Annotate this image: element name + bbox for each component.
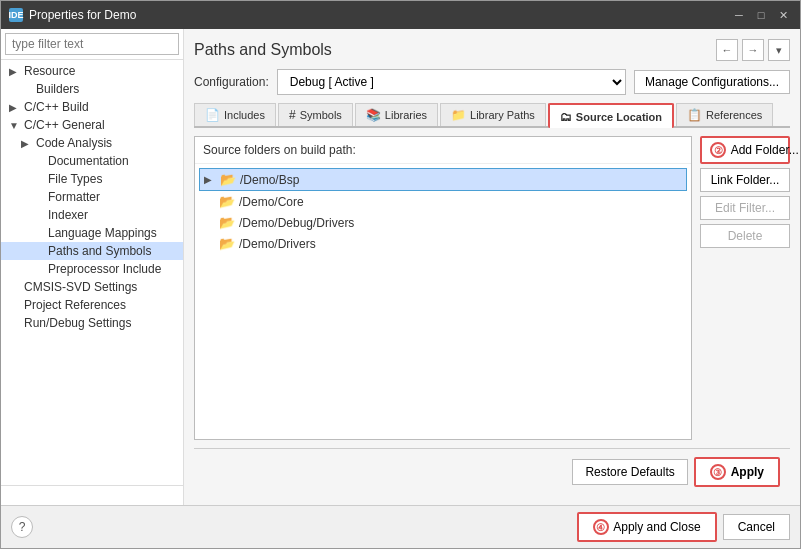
- folder-icon: 📂: [220, 172, 236, 187]
- folder-item-label: /Demo/Debug/Drivers: [239, 216, 354, 230]
- nav-forward-button[interactable]: →: [742, 39, 764, 61]
- nav-menu-button[interactable]: ▾: [768, 39, 790, 61]
- footer-bar: ? ④ Apply and Close Cancel: [1, 505, 800, 548]
- folder-item-debug-drivers[interactable]: 📂 /Demo/Debug/Drivers: [199, 212, 687, 233]
- properties-window: IDE Properties for Demo ─ □ ✕ ▶ Resource: [0, 0, 801, 549]
- folder-icon: 📂: [219, 194, 235, 209]
- sidebar-item-paths-symbols[interactable]: Paths and Symbols: [1, 242, 183, 260]
- sidebar-item-label: Resource: [24, 64, 75, 78]
- app-icon: IDE: [9, 8, 23, 22]
- link-folder-label: Link Folder...: [711, 173, 780, 187]
- edit-filter-label: Edit Filter...: [715, 201, 775, 215]
- edit-filter-button[interactable]: Edit Filter...: [700, 196, 790, 220]
- nav-back-button[interactable]: ←: [716, 39, 738, 61]
- sidebar-item-label: Project References: [24, 298, 126, 312]
- expand-icon: ▶: [21, 138, 33, 149]
- add-folder-label: Add Folder...: [731, 143, 799, 157]
- close-button[interactable]: ✕: [774, 6, 792, 24]
- config-select[interactable]: Debug [ Active ]: [277, 69, 626, 95]
- tab-includes[interactable]: 📄 Includes: [194, 103, 276, 126]
- sidebar-item-label: Paths and Symbols: [48, 244, 151, 258]
- tab-label: Libraries: [385, 109, 427, 121]
- sidebar-item-label: File Types: [48, 172, 102, 186]
- badge-2: ②: [710, 142, 726, 158]
- folder-item-bsp[interactable]: ▶ 📂 /Demo/Bsp: [199, 168, 687, 191]
- tab-label: References: [706, 109, 762, 121]
- tabs-container: 📄 Includes # Symbols 📚 Libraries 📁 Libra…: [194, 103, 790, 128]
- tab-label: Library Paths: [470, 109, 535, 121]
- search-input[interactable]: [5, 33, 179, 55]
- minimize-button[interactable]: ─: [730, 6, 748, 24]
- sidebar-item-project-references[interactable]: Project References: [1, 296, 183, 314]
- action-buttons-panel: ② Add Folder... Link Folder... Edit Filt…: [700, 136, 790, 440]
- sidebar-item-file-types[interactable]: File Types: [1, 170, 183, 188]
- sidebar-item-label: CMSIS-SVD Settings: [24, 280, 137, 294]
- libraries-icon: 📚: [366, 108, 381, 122]
- badge-3: ③: [710, 464, 726, 480]
- sidebar-search-container: [1, 29, 183, 60]
- sidebar-item-language-mappings[interactable]: Language Mappings: [1, 224, 183, 242]
- sidebar-item-label: Language Mappings: [48, 226, 157, 240]
- sidebar-item-label: Builders: [36, 82, 79, 96]
- folder-icon: 📂: [219, 215, 235, 230]
- sidebar-item-cmsis[interactable]: CMSIS-SVD Settings: [1, 278, 183, 296]
- sidebar-item-run-debug[interactable]: Run/Debug Settings: [1, 314, 183, 332]
- tab-library-paths[interactable]: 📁 Library Paths: [440, 103, 546, 126]
- sidebar-item-label: Run/Debug Settings: [24, 316, 131, 330]
- sidebar-item-resource[interactable]: ▶ Resource: [1, 62, 183, 80]
- folder-item-label: /Demo/Core: [239, 195, 304, 209]
- content-area: Source folders on build path: ▶ 📂 /Demo/…: [194, 136, 790, 440]
- help-button[interactable]: ?: [11, 516, 33, 538]
- sidebar-item-ccpp-build[interactable]: ▶ C/C++ Build: [1, 98, 183, 116]
- sidebar-item-documentation[interactable]: Documentation: [1, 152, 183, 170]
- folder-header-text: Source folders on build path:: [203, 143, 356, 157]
- tab-libraries[interactable]: 📚 Libraries: [355, 103, 438, 126]
- config-label: Configuration:: [194, 75, 269, 89]
- window-controls: ─ □ ✕: [730, 6, 792, 24]
- right-panel: Paths and Symbols ← → ▾ Configuration: D…: [184, 29, 800, 505]
- link-folder-button[interactable]: Link Folder...: [700, 168, 790, 192]
- sidebar-item-ccpp-general[interactable]: ▼ C/C++ General: [1, 116, 183, 134]
- restore-defaults-button[interactable]: Restore Defaults: [572, 459, 687, 485]
- panel-title: Paths and Symbols: [194, 41, 332, 59]
- folder-item-drivers[interactable]: 📂 /Demo/Drivers: [199, 233, 687, 254]
- folder-item-core[interactable]: 📂 /Demo/Core: [199, 191, 687, 212]
- apply-and-close-button[interactable]: ④ Apply and Close: [577, 512, 717, 542]
- sidebar-item-label: C/C++ Build: [24, 100, 89, 114]
- folder-expand-icon: ▶: [204, 174, 216, 185]
- folder-panel: Source folders on build path: ▶ 📂 /Demo/…: [194, 136, 692, 440]
- sidebar-item-builders[interactable]: Builders: [1, 80, 183, 98]
- tab-source-location[interactable]: 🗂 Source Location: [548, 103, 674, 128]
- sidebar-item-label: Documentation: [48, 154, 129, 168]
- folder-item-label: /Demo/Bsp: [240, 173, 299, 187]
- bottom-right-controls: Restore Defaults ③ Apply: [572, 457, 780, 487]
- includes-icon: 📄: [205, 108, 220, 122]
- panel-navigation: ← → ▾: [716, 39, 790, 61]
- bottom-bar: Restore Defaults ③ Apply: [194, 448, 790, 495]
- sidebar-item-indexer[interactable]: Indexer: [1, 206, 183, 224]
- delete-button[interactable]: Delete: [700, 224, 790, 248]
- sidebar-item-code-analysis[interactable]: ▶ Code Analysis: [1, 134, 183, 152]
- folder-tree: ▶ 📂 /Demo/Bsp 📂 /Demo/Core 📂 /D: [195, 164, 691, 258]
- apply-button[interactable]: ③ Apply: [694, 457, 780, 487]
- maximize-button[interactable]: □: [752, 6, 770, 24]
- tab-references[interactable]: 📋 References: [676, 103, 773, 126]
- expand-icon: ▼: [9, 120, 21, 131]
- apply-label: Apply: [731, 465, 764, 479]
- title-bar: IDE Properties for Demo ─ □ ✕: [1, 1, 800, 29]
- sidebar-tree: ▶ Resource Builders ▶ C/C++ Build ▼ C/C+…: [1, 60, 183, 485]
- sidebar-item-label: Code Analysis: [36, 136, 112, 150]
- cancel-button[interactable]: Cancel: [723, 514, 790, 540]
- folder-icon: 📂: [219, 236, 235, 251]
- sidebar-item-label: C/C++ General: [24, 118, 105, 132]
- tab-label: Source Location: [576, 111, 662, 123]
- sidebar-bottom: [1, 485, 183, 505]
- manage-configurations-button[interactable]: Manage Configurations...: [634, 70, 790, 94]
- sidebar-item-formatter[interactable]: Formatter: [1, 188, 183, 206]
- badge-4: ④: [593, 519, 609, 535]
- sidebar-item-preprocessor[interactable]: Preprocessor Include: [1, 260, 183, 278]
- add-folder-button[interactable]: ② Add Folder...: [700, 136, 790, 164]
- apply-close-label: Apply and Close: [613, 520, 700, 534]
- tab-symbols[interactable]: # Symbols: [278, 103, 353, 126]
- sidebar: ▶ Resource Builders ▶ C/C++ Build ▼ C/C+…: [1, 29, 184, 505]
